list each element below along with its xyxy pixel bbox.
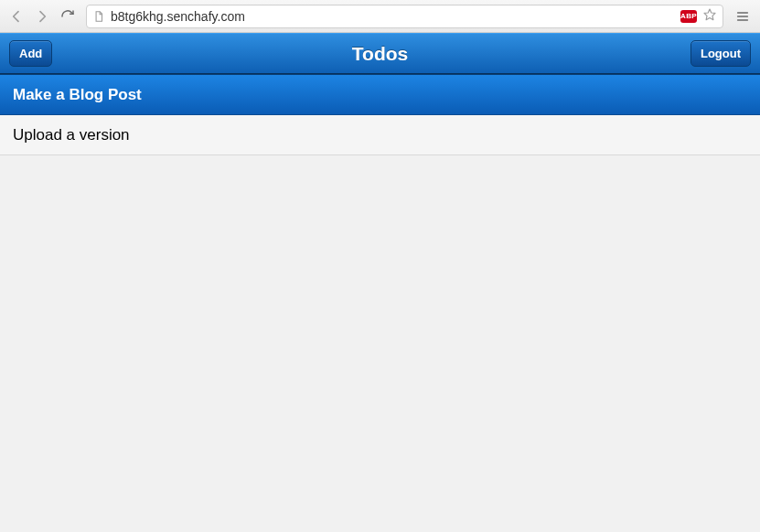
- address-url: b8tg6khg.senchafy.com: [111, 9, 675, 24]
- page-icon: [92, 10, 105, 23]
- reload-button[interactable]: [57, 5, 79, 27]
- logout-button[interactable]: Logout: [690, 40, 751, 67]
- list-item-label: Make a Blog Post: [13, 86, 142, 104]
- forward-button[interactable]: [31, 5, 53, 27]
- list-item[interactable]: Upload a version: [0, 115, 760, 155]
- svg-marker-0: [704, 9, 715, 20]
- list-item-label: Upload a version: [13, 126, 130, 144]
- browser-chrome-bar: b8tg6khg.senchafy.com ABP: [0, 0, 760, 33]
- address-bar[interactable]: b8tg6khg.senchafy.com ABP: [86, 5, 723, 28]
- abp-icon[interactable]: ABP: [680, 10, 697, 23]
- back-button[interactable]: [5, 5, 27, 27]
- add-button[interactable]: Add: [9, 40, 52, 67]
- bookmark-star-icon[interactable]: [702, 7, 717, 25]
- empty-area: [0, 155, 760, 532]
- app-toolbar: Add Todos Logout: [0, 33, 760, 74]
- list-item[interactable]: Make a Blog Post: [0, 75, 760, 115]
- todo-list: Make a Blog Post Upload a version: [0, 74, 760, 155]
- app-title: Todos: [0, 43, 760, 65]
- app-root: Add Todos Logout Make a Blog Post Upload…: [0, 33, 760, 532]
- omnibox-right: ABP: [680, 7, 717, 25]
- browser-menu-button[interactable]: [731, 5, 755, 28]
